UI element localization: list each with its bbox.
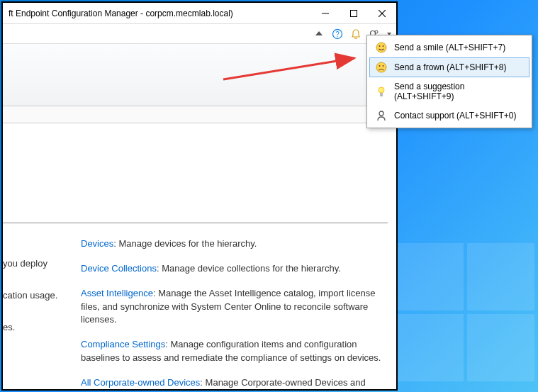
menu-label: Send a smile (ALT+SHIFT+7)	[394, 43, 505, 52]
help-icon[interactable]: ?	[331, 28, 344, 40]
svg-point-9	[379, 45, 381, 47]
maximize-button[interactable]	[340, 4, 368, 23]
nav-item-devices: Devices: Manage devices for the hierarch…	[81, 237, 388, 251]
menu-label: Send a suggestion (ALT+SHIFT+9)	[394, 82, 523, 101]
svg-point-14	[379, 87, 384, 93]
titlebar: ft Endpoint Configuration Manager - corp…	[3, 3, 396, 24]
navigation-items: Devices: Manage devices for the hierarch…	[81, 237, 388, 389]
link-device-collections[interactable]: Device Collections	[81, 263, 157, 274]
menu-send-smile[interactable]: Send a smile (ALT+SHIFT+7)	[369, 38, 529, 57]
svg-point-13	[383, 65, 384, 67]
nav-item-compliance-settings: Compliance Settings: Manage configuratio…	[81, 338, 388, 365]
windows-logo	[396, 186, 538, 392]
svg-rect-15	[380, 93, 383, 95]
bulb-icon	[376, 86, 387, 97]
annotation-arrow	[220, 50, 362, 85]
notifications-icon[interactable]	[349, 28, 362, 40]
frown-icon	[376, 62, 387, 73]
window-title: ft Endpoint Configuration Manager - corp…	[9, 9, 311, 18]
link-devices[interactable]: Devices	[81, 238, 113, 249]
menu-label: Contact support (ALT+SHIFT+0)	[394, 111, 517, 121]
menu-send-frown[interactable]: Send a frown (ALT+SHIFT+8)	[369, 57, 529, 77]
link-asset-intelligence[interactable]: Asset Intelligence	[81, 288, 153, 298]
menu-send-suggestion[interactable]: Send a suggestion (ALT+SHIFT+9)	[369, 77, 529, 106]
svg-point-17	[379, 111, 383, 116]
svg-rect-1	[351, 10, 357, 16]
svg-line-18	[223, 58, 354, 79]
svg-point-11	[376, 62, 386, 72]
minimize-button[interactable]	[311, 4, 340, 23]
link-corporate-devices[interactable]: All Corporate-owned Devices	[81, 377, 200, 388]
svg-point-7	[375, 30, 378, 33]
menu-label: Send a frown (ALT+SHIFT+8)	[394, 62, 507, 72]
menu-contact-support[interactable]: Contact support (ALT+SHIFT+0)	[369, 106, 529, 125]
person-icon	[376, 110, 387, 121]
svg-point-10	[383, 45, 384, 47]
link-compliance-settings[interactable]: Compliance Settings	[81, 339, 165, 349]
collapse-ribbon-icon[interactable]	[313, 28, 325, 40]
content-pane: you deploy cation usage. es. Devices: Ma…	[3, 123, 396, 389]
feedback-menu: Send a smile (ALT+SHIFT+7) Send a frown …	[366, 35, 532, 128]
nav-item-device-collections: Device Collections: Manage device collec…	[81, 262, 388, 276]
smile-icon	[376, 42, 387, 53]
svg-point-8	[376, 43, 386, 52]
nav-item-corporate-devices: All Corporate-owned Devices: Manage Corp…	[81, 376, 388, 389]
close-button[interactable]	[368, 4, 396, 23]
toolbar: ?	[3, 24, 396, 44]
address-bar	[3, 106, 396, 123]
svg-text:?: ?	[335, 30, 340, 38]
nav-item-asset-intelligence: Asset Intelligence: Manage the Asset Int…	[81, 287, 388, 327]
svg-point-12	[379, 65, 381, 67]
